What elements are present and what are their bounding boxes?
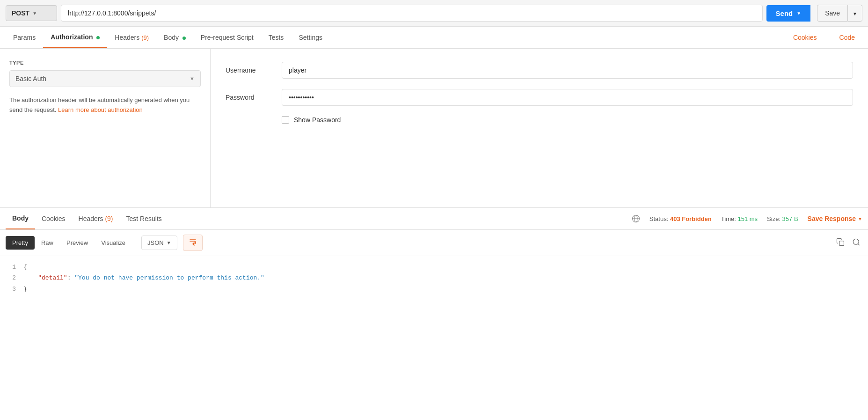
- size-label: Size: 357 B: [767, 215, 798, 222]
- body-dot: [182, 37, 186, 40]
- password-label: Password: [226, 94, 282, 101]
- authorization-dot: [96, 36, 100, 39]
- type-label: TYPE: [9, 60, 201, 66]
- svg-point-4: [853, 239, 859, 244]
- response-tabs: Body Cookies Headers (9) Test Results St…: [0, 208, 868, 230]
- copy-icon[interactable]: [834, 236, 846, 250]
- learn-more-link[interactable]: Learn more about authorization: [58, 106, 143, 113]
- visualize-button[interactable]: Visualize: [95, 236, 132, 250]
- code-line-3: 3 }: [0, 284, 868, 295]
- svg-line-5: [858, 243, 859, 245]
- tab-params[interactable]: Params: [6, 27, 43, 48]
- format-bar: Pretty Raw Preview Visualize JSON ▼: [0, 230, 868, 256]
- time-label: Time: 151 ms: [721, 215, 758, 222]
- request-tabs: Params Authorization Headers (9) Body Pr…: [0, 27, 868, 49]
- left-panel: TYPE Basic Auth ▼ The authorization head…: [0, 49, 211, 207]
- tab-tests[interactable]: Tests: [261, 27, 292, 48]
- code-line-1: 1 {: [0, 262, 868, 273]
- password-field-row: Password: [226, 89, 853, 106]
- show-password-row: Show Password: [282, 116, 853, 124]
- save-response-button[interactable]: Save Response ▼: [808, 215, 862, 222]
- save-response-caret-icon: ▼: [858, 216, 862, 221]
- top-bar: POST ▼ Send ▼ Save ▼: [0, 0, 868, 27]
- main-content: TYPE Basic Auth ▼ The authorization head…: [0, 49, 868, 208]
- tab-right-group: Cookies Code: [786, 27, 862, 48]
- search-icon[interactable]: [850, 236, 862, 250]
- send-caret-icon: ▼: [796, 11, 801, 16]
- status-value: 403 Forbidden: [670, 215, 712, 222]
- save-caret-icon: ▼: [853, 11, 857, 16]
- resp-tab-body[interactable]: Body: [6, 208, 35, 229]
- format-group: Pretty Raw Preview Visualize: [6, 236, 132, 250]
- tab-settings[interactable]: Settings: [291, 27, 330, 48]
- code-line-2: 2 "detail": "You do not have permission …: [0, 273, 868, 283]
- resp-meta: Status: 403 Forbidden Time: 151 ms Size:…: [632, 214, 862, 223]
- size-value: 357 B: [782, 215, 798, 222]
- time-value: 151 ms: [737, 215, 758, 222]
- tab-code[interactable]: Code: [832, 27, 862, 48]
- status-label: Status: 403 Forbidden: [649, 215, 712, 222]
- pretty-button[interactable]: Pretty: [6, 236, 35, 250]
- tab-pre-request[interactable]: Pre-request Script: [193, 27, 261, 48]
- wrap-button[interactable]: [183, 235, 203, 251]
- right-icons-group: [834, 236, 862, 250]
- preview-button[interactable]: Preview: [60, 236, 95, 250]
- method-value: POST: [12, 9, 29, 17]
- code-area: 1 { 2 "detail": "You do not have permiss…: [0, 256, 868, 300]
- show-password-label: Show Password: [294, 116, 341, 124]
- globe-icon: [632, 214, 640, 223]
- send-button[interactable]: Send ▼: [766, 5, 811, 22]
- send-group: Send ▼: [766, 5, 811, 22]
- tab-authorization[interactable]: Authorization: [43, 27, 107, 48]
- resp-tab-test-results[interactable]: Test Results: [120, 208, 168, 229]
- save-caret-button[interactable]: ▼: [848, 5, 862, 22]
- username-field-row: Username: [226, 62, 853, 79]
- tab-body[interactable]: Body: [156, 27, 193, 48]
- tab-headers[interactable]: Headers (9): [107, 27, 156, 48]
- save-group: Save ▼: [814, 5, 862, 22]
- type-caret-icon: ▼: [190, 76, 195, 81]
- username-input[interactable]: [282, 62, 853, 79]
- show-password-checkbox[interactable]: [282, 116, 289, 124]
- tab-cookies[interactable]: Cookies: [786, 27, 824, 48]
- url-input[interactable]: [61, 5, 763, 22]
- method-select[interactable]: POST ▼: [6, 5, 57, 21]
- json-format-select[interactable]: JSON ▼: [141, 236, 177, 250]
- resp-tab-headers[interactable]: Headers (9): [72, 208, 120, 229]
- password-input[interactable]: [282, 89, 853, 106]
- method-caret-icon: ▼: [32, 11, 37, 16]
- json-caret-icon: ▼: [167, 240, 171, 245]
- resp-tab-cookies[interactable]: Cookies: [35, 208, 72, 229]
- username-label: Username: [226, 66, 282, 74]
- save-button[interactable]: Save: [817, 5, 848, 22]
- svg-rect-3: [839, 241, 844, 245]
- right-panel: Username Password Show Password: [211, 49, 868, 207]
- type-value: Basic Auth: [15, 75, 46, 82]
- raw-button[interactable]: Raw: [35, 236, 60, 250]
- auth-description: The authorization header will be automat…: [9, 96, 201, 115]
- wrap-icon: [189, 238, 197, 246]
- bottom-section: Body Cookies Headers (9) Test Results St…: [0, 208, 868, 300]
- type-select[interactable]: Basic Auth ▼: [9, 70, 201, 87]
